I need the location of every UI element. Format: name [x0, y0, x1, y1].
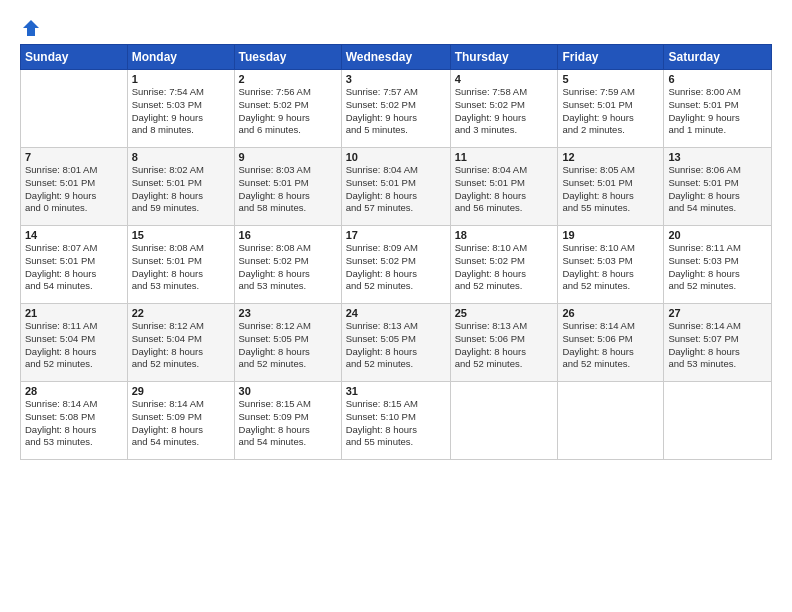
calendar-cell: 20Sunrise: 8:11 AMSunset: 5:03 PMDayligh… — [664, 226, 772, 304]
day-info: Sunrise: 8:10 AMSunset: 5:03 PMDaylight:… — [562, 242, 659, 293]
calendar-cell: 22Sunrise: 8:12 AMSunset: 5:04 PMDayligh… — [127, 304, 234, 382]
day-info: Sunrise: 8:14 AMSunset: 5:09 PMDaylight:… — [132, 398, 230, 449]
day-number: 24 — [346, 307, 446, 319]
calendar-cell: 23Sunrise: 8:12 AMSunset: 5:05 PMDayligh… — [234, 304, 341, 382]
calendar-cell: 18Sunrise: 8:10 AMSunset: 5:02 PMDayligh… — [450, 226, 558, 304]
calendar-cell: 26Sunrise: 8:14 AMSunset: 5:06 PMDayligh… — [558, 304, 664, 382]
day-number: 5 — [562, 73, 659, 85]
calendar-cell: 28Sunrise: 8:14 AMSunset: 5:08 PMDayligh… — [21, 382, 128, 460]
day-info: Sunrise: 8:09 AMSunset: 5:02 PMDaylight:… — [346, 242, 446, 293]
day-number: 31 — [346, 385, 446, 397]
day-number: 20 — [668, 229, 767, 241]
day-info: Sunrise: 8:02 AMSunset: 5:01 PMDaylight:… — [132, 164, 230, 215]
day-number: 2 — [239, 73, 337, 85]
weekday-header-thursday: Thursday — [450, 45, 558, 70]
calendar-cell — [21, 70, 128, 148]
calendar-cell — [558, 382, 664, 460]
calendar-table: SundayMondayTuesdayWednesdayThursdayFrid… — [20, 44, 772, 460]
calendar-cell: 15Sunrise: 8:08 AMSunset: 5:01 PMDayligh… — [127, 226, 234, 304]
day-number: 23 — [239, 307, 337, 319]
day-info: Sunrise: 8:04 AMSunset: 5:01 PMDaylight:… — [455, 164, 554, 215]
calendar-week-row: 14Sunrise: 8:07 AMSunset: 5:01 PMDayligh… — [21, 226, 772, 304]
day-number: 3 — [346, 73, 446, 85]
day-info: Sunrise: 8:04 AMSunset: 5:01 PMDaylight:… — [346, 164, 446, 215]
calendar-week-row: 28Sunrise: 8:14 AMSunset: 5:08 PMDayligh… — [21, 382, 772, 460]
calendar-cell — [450, 382, 558, 460]
day-info: Sunrise: 8:07 AMSunset: 5:01 PMDaylight:… — [25, 242, 123, 293]
day-info: Sunrise: 7:57 AMSunset: 5:02 PMDaylight:… — [346, 86, 446, 137]
calendar-cell: 6Sunrise: 8:00 AMSunset: 5:01 PMDaylight… — [664, 70, 772, 148]
logo-icon — [21, 18, 41, 38]
day-number: 28 — [25, 385, 123, 397]
day-info: Sunrise: 8:12 AMSunset: 5:04 PMDaylight:… — [132, 320, 230, 371]
day-info: Sunrise: 8:01 AMSunset: 5:01 PMDaylight:… — [25, 164, 123, 215]
day-number: 14 — [25, 229, 123, 241]
calendar-week-row: 1Sunrise: 7:54 AMSunset: 5:03 PMDaylight… — [21, 70, 772, 148]
header — [20, 16, 772, 36]
day-info: Sunrise: 8:03 AMSunset: 5:01 PMDaylight:… — [239, 164, 337, 215]
day-info: Sunrise: 8:08 AMSunset: 5:01 PMDaylight:… — [132, 242, 230, 293]
calendar-cell: 11Sunrise: 8:04 AMSunset: 5:01 PMDayligh… — [450, 148, 558, 226]
day-info: Sunrise: 7:59 AMSunset: 5:01 PMDaylight:… — [562, 86, 659, 137]
day-number: 30 — [239, 385, 337, 397]
day-number: 12 — [562, 151, 659, 163]
weekday-header-sunday: Sunday — [21, 45, 128, 70]
day-number: 29 — [132, 385, 230, 397]
svg-marker-0 — [23, 20, 39, 36]
day-info: Sunrise: 7:54 AMSunset: 5:03 PMDaylight:… — [132, 86, 230, 137]
calendar-cell: 30Sunrise: 8:15 AMSunset: 5:09 PMDayligh… — [234, 382, 341, 460]
calendar-cell: 3Sunrise: 7:57 AMSunset: 5:02 PMDaylight… — [341, 70, 450, 148]
calendar-cell: 16Sunrise: 8:08 AMSunset: 5:02 PMDayligh… — [234, 226, 341, 304]
calendar-cell — [664, 382, 772, 460]
calendar-cell: 14Sunrise: 8:07 AMSunset: 5:01 PMDayligh… — [21, 226, 128, 304]
calendar-cell: 29Sunrise: 8:14 AMSunset: 5:09 PMDayligh… — [127, 382, 234, 460]
weekday-header-wednesday: Wednesday — [341, 45, 450, 70]
day-number: 19 — [562, 229, 659, 241]
weekday-header-monday: Monday — [127, 45, 234, 70]
day-info: Sunrise: 8:05 AMSunset: 5:01 PMDaylight:… — [562, 164, 659, 215]
day-info: Sunrise: 8:00 AMSunset: 5:01 PMDaylight:… — [668, 86, 767, 137]
day-number: 16 — [239, 229, 337, 241]
day-info: Sunrise: 8:15 AMSunset: 5:09 PMDaylight:… — [239, 398, 337, 449]
calendar-cell: 5Sunrise: 7:59 AMSunset: 5:01 PMDaylight… — [558, 70, 664, 148]
day-number: 8 — [132, 151, 230, 163]
day-info: Sunrise: 7:58 AMSunset: 5:02 PMDaylight:… — [455, 86, 554, 137]
day-number: 15 — [132, 229, 230, 241]
weekday-header-tuesday: Tuesday — [234, 45, 341, 70]
calendar-cell: 1Sunrise: 7:54 AMSunset: 5:03 PMDaylight… — [127, 70, 234, 148]
day-number: 22 — [132, 307, 230, 319]
day-info: Sunrise: 8:13 AMSunset: 5:06 PMDaylight:… — [455, 320, 554, 371]
calendar-week-row: 21Sunrise: 8:11 AMSunset: 5:04 PMDayligh… — [21, 304, 772, 382]
day-info: Sunrise: 8:14 AMSunset: 5:08 PMDaylight:… — [25, 398, 123, 449]
day-info: Sunrise: 8:14 AMSunset: 5:07 PMDaylight:… — [668, 320, 767, 371]
calendar-cell: 2Sunrise: 7:56 AMSunset: 5:02 PMDaylight… — [234, 70, 341, 148]
weekday-header-friday: Friday — [558, 45, 664, 70]
calendar-cell: 10Sunrise: 8:04 AMSunset: 5:01 PMDayligh… — [341, 148, 450, 226]
day-info: Sunrise: 8:13 AMSunset: 5:05 PMDaylight:… — [346, 320, 446, 371]
calendar-cell: 19Sunrise: 8:10 AMSunset: 5:03 PMDayligh… — [558, 226, 664, 304]
calendar-cell: 27Sunrise: 8:14 AMSunset: 5:07 PMDayligh… — [664, 304, 772, 382]
day-number: 10 — [346, 151, 446, 163]
calendar-cell: 9Sunrise: 8:03 AMSunset: 5:01 PMDaylight… — [234, 148, 341, 226]
day-info: Sunrise: 7:56 AMSunset: 5:02 PMDaylight:… — [239, 86, 337, 137]
day-number: 9 — [239, 151, 337, 163]
day-info: Sunrise: 8:14 AMSunset: 5:06 PMDaylight:… — [562, 320, 659, 371]
calendar-cell: 4Sunrise: 7:58 AMSunset: 5:02 PMDaylight… — [450, 70, 558, 148]
calendar-cell: 31Sunrise: 8:15 AMSunset: 5:10 PMDayligh… — [341, 382, 450, 460]
day-number: 7 — [25, 151, 123, 163]
day-number: 13 — [668, 151, 767, 163]
weekday-header-row: SundayMondayTuesdayWednesdayThursdayFrid… — [21, 45, 772, 70]
calendar-cell: 24Sunrise: 8:13 AMSunset: 5:05 PMDayligh… — [341, 304, 450, 382]
calendar-cell: 7Sunrise: 8:01 AMSunset: 5:01 PMDaylight… — [21, 148, 128, 226]
calendar-cell: 12Sunrise: 8:05 AMSunset: 5:01 PMDayligh… — [558, 148, 664, 226]
calendar-cell: 13Sunrise: 8:06 AMSunset: 5:01 PMDayligh… — [664, 148, 772, 226]
calendar-cell: 8Sunrise: 8:02 AMSunset: 5:01 PMDaylight… — [127, 148, 234, 226]
calendar-week-row: 7Sunrise: 8:01 AMSunset: 5:01 PMDaylight… — [21, 148, 772, 226]
day-number: 6 — [668, 73, 767, 85]
day-info: Sunrise: 8:15 AMSunset: 5:10 PMDaylight:… — [346, 398, 446, 449]
day-info: Sunrise: 8:11 AMSunset: 5:03 PMDaylight:… — [668, 242, 767, 293]
calendar-cell: 17Sunrise: 8:09 AMSunset: 5:02 PMDayligh… — [341, 226, 450, 304]
logo — [20, 20, 41, 36]
day-info: Sunrise: 8:11 AMSunset: 5:04 PMDaylight:… — [25, 320, 123, 371]
day-number: 4 — [455, 73, 554, 85]
